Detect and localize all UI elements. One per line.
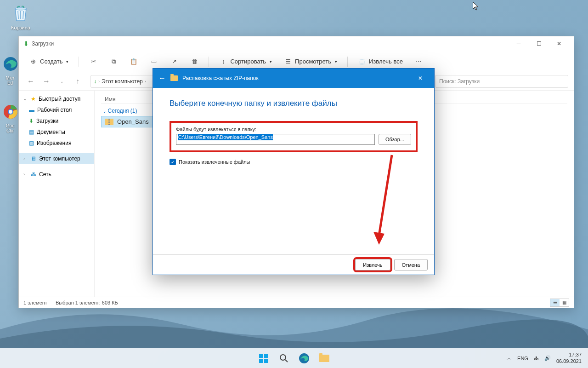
desktop-chrome-partial[interactable]: Goc Chr	[1, 102, 19, 133]
sidebar-desktop[interactable]: ▬Рабочий стол	[19, 104, 94, 115]
extract-dialog: ← Распаковка сжатых ZIP-папок ✕ Выберите…	[153, 68, 435, 275]
maximize-button[interactable]: ☐	[529, 37, 549, 50]
dialog-header[interactable]: ← Распаковка сжатых ZIP-папок ✕	[153, 69, 434, 88]
tray-chevron-icon[interactable]: ︿	[507, 355, 512, 362]
new-button[interactable]: ⊕Создать▾	[25, 55, 72, 68]
extract-all-button[interactable]: ⬚Извлечь все	[354, 55, 407, 68]
tray-clock[interactable]: 17:37 06.09.2021	[556, 352, 582, 364]
status-selected: Выбран 1 элемент: 603 КБ	[56, 300, 118, 305]
plus-icon: ⊕	[29, 58, 37, 66]
checkbox-checked-icon: ✓	[170, 159, 176, 165]
search-input[interactable]: Поиск: Загрузки	[435, 75, 568, 88]
sidebar-pictures[interactable]: ▨Изображения	[19, 138, 94, 149]
grid-view-icon[interactable]: ▦	[560, 299, 569, 306]
sidebar-documents[interactable]: ▤Документы	[19, 126, 94, 138]
sidebar-this-pc[interactable]: ›🖥Этот компьютер	[19, 153, 94, 164]
copy-button[interactable]: ⧉	[106, 55, 121, 68]
cut-button[interactable]: ✂	[85, 55, 101, 68]
up-button[interactable]: ↑	[71, 75, 84, 88]
folder-icon	[319, 355, 329, 362]
sort-button[interactable]: ↕Сортировать▾	[215, 55, 276, 68]
recycle-bin-icon	[11, 4, 30, 23]
svg-rect-9	[259, 359, 263, 363]
recent-button[interactable]: ⌄	[56, 75, 68, 88]
paste-icon: 📋	[130, 58, 138, 66]
svg-point-0	[15, 7, 26, 10]
desktop-icon-label: Micr Ed	[1, 75, 19, 86]
svg-line-12	[285, 360, 288, 362]
close-button[interactable]: ✕	[549, 37, 569, 50]
rename-icon: ▭	[150, 58, 158, 66]
folder-icon	[170, 75, 178, 81]
status-count: 1 элемент	[23, 300, 47, 305]
extract-button[interactable]: Извлечь	[355, 259, 390, 270]
system-tray[interactable]: ︿ ENG 🖧 🔊 17:37 06.09.2021	[500, 352, 588, 364]
search-button[interactable]	[275, 350, 293, 367]
start-button[interactable]	[255, 350, 272, 367]
desktop-edge-partial[interactable]: Micr Ed	[1, 54, 19, 86]
share-icon: ↗	[170, 58, 178, 66]
taskbar-edge[interactable]	[295, 350, 313, 367]
sidebar-network[interactable]: ›🖧Сеть	[19, 169, 94, 180]
svg-point-4	[9, 110, 12, 114]
dialog-close-button[interactable]: ✕	[412, 72, 429, 85]
desktop-icon-label: Корзина	[5, 25, 37, 30]
window-title: Загрузки	[32, 40, 54, 47]
cursor-icon	[473, 2, 480, 13]
statusbar: 1 элемент Выбран 1 элемент: 603 КБ ☰ ▦	[19, 297, 574, 308]
dialog-title: Выберите конечную папку и извлеките файл…	[170, 99, 418, 108]
more-icon: ⋯	[415, 58, 423, 66]
svg-rect-10	[264, 359, 268, 363]
sort-icon: ↕	[219, 58, 227, 66]
checkbox-label: Показать извлеченные файлы	[179, 159, 250, 165]
dialog-back-button[interactable]: ←	[158, 74, 166, 82]
chrome-icon	[1, 102, 20, 121]
scissors-icon: ✂	[89, 58, 97, 66]
svg-rect-8	[264, 354, 268, 358]
trash-icon: 🗑	[190, 58, 198, 66]
desktop-recycle-bin[interactable]: Корзина	[5, 4, 37, 30]
dialog-body: Выберите конечную папку и извлеките файл…	[153, 88, 434, 254]
destination-path-input[interactable]: C:\Users\Евгений\Downloads\Open_Sans	[176, 134, 375, 145]
rename-button[interactable]: ▭	[146, 55, 162, 68]
dialog-header-title: Распаковка сжатых ZIP-папок	[182, 75, 259, 81]
copy-icon: ⧉	[109, 58, 118, 66]
view-icon: ☰	[284, 58, 292, 66]
download-icon: ↓	[94, 78, 96, 85]
delete-button[interactable]: 🗑	[187, 55, 202, 68]
tray-volume-icon[interactable]: 🔊	[544, 355, 551, 361]
file-name: Open_Sans	[117, 118, 149, 125]
sidebar-downloads[interactable]: ⬇Загрузки	[19, 115, 94, 126]
view-toggle[interactable]: ☰ ▦	[550, 299, 569, 307]
breadcrumb-segment[interactable]: Этот компьютер	[102, 78, 143, 85]
paste-button[interactable]: 📋	[126, 55, 141, 68]
browse-button[interactable]: Обзор...	[379, 134, 411, 145]
tray-network-icon[interactable]: 🖧	[534, 356, 539, 361]
chevron-down-icon: ▾	[66, 59, 68, 64]
path-label: Файлы будут извлекаться в папку:	[176, 126, 411, 132]
sidebar: ⌄★Быстрый доступ ▬Рабочий стол ⬇Загрузки…	[19, 91, 95, 297]
share-button[interactable]: ↗	[166, 55, 182, 68]
annotation-redbox-path: Файлы будут извлекаться в папку: C:\User…	[170, 121, 418, 152]
taskbar-explorer[interactable]	[316, 350, 333, 367]
edge-icon	[1, 54, 20, 74]
forward-button[interactable]: →	[40, 75, 53, 88]
extract-icon: ⬚	[358, 58, 366, 66]
minimize-button[interactable]: ─	[509, 37, 529, 50]
svg-rect-7	[259, 354, 263, 358]
taskbar[interactable]: ︿ ENG 🖧 🔊 17:37 06.09.2021	[0, 348, 588, 368]
back-button[interactable]: ←	[24, 75, 37, 88]
view-button[interactable]: ☰Просмотреть▾	[280, 55, 341, 68]
titlebar[interactable]: ⬇ Загрузки ─ ☐ ✕	[19, 36, 574, 51]
zip-icon	[105, 119, 113, 125]
more-button[interactable]: ⋯	[411, 55, 427, 68]
sidebar-quick-access[interactable]: ⌄★Быстрый доступ	[19, 93, 94, 104]
desktop-icon-label: Goc Chr	[1, 123, 19, 133]
download-icon: ⬇	[23, 40, 29, 47]
list-view-icon[interactable]: ☰	[550, 299, 560, 306]
cancel-button[interactable]: Отмена	[394, 259, 428, 270]
dialog-footer: Извлечь Отмена	[153, 254, 434, 275]
tray-language[interactable]: ENG	[517, 356, 528, 361]
show-extracted-checkbox[interactable]: ✓ Показать извлеченные файлы	[170, 159, 418, 165]
svg-point-11	[280, 355, 286, 360]
